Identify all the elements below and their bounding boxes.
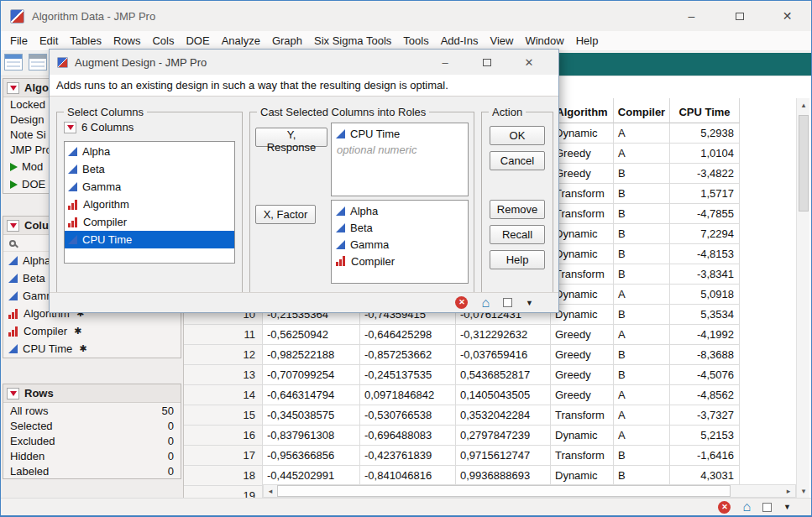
- table-cell[interactable]: -3,7327: [670, 405, 740, 426]
- dialog-maximize-icon[interactable]: [466, 50, 508, 75]
- menu-file[interactable]: File: [4, 31, 34, 50]
- column-list-item-cpu-time[interactable]: CPU Time: [65, 231, 234, 248]
- menu-add-ins[interactable]: Add-Ins: [435, 31, 485, 50]
- menu-edit[interactable]: Edit: [34, 31, 64, 50]
- table-cell[interactable]: B: [614, 204, 670, 224]
- column-header-algorithm[interactable]: Algorithm: [551, 98, 614, 123]
- row-number-cell[interactable]: 18: [184, 466, 263, 486]
- table-cell[interactable]: 0,1405043505: [456, 385, 551, 405]
- menu-tools[interactable]: Tools: [397, 31, 434, 50]
- table-cell[interactable]: A: [614, 123, 670, 144]
- table-cell[interactable]: -0,696488083: [360, 426, 456, 446]
- column-list-item-gamma[interactable]: Gamma: [65, 178, 234, 196]
- table-cell[interactable]: A: [614, 325, 670, 345]
- table-cell[interactable]: B: [614, 184, 670, 204]
- table-cell[interactable]: A: [614, 385, 670, 405]
- table-cell[interactable]: -0,857253662: [360, 345, 456, 365]
- table-cell[interactable]: A: [614, 285, 670, 305]
- dialog-minimize-icon[interactable]: –: [424, 50, 466, 75]
- menu-window[interactable]: Window: [519, 31, 569, 50]
- table-cell[interactable]: -4,1992: [670, 325, 740, 345]
- column-item-cpu-time[interactable]: CPU Time✱: [3, 340, 181, 358]
- column-header-compiler[interactable]: Compiler: [614, 98, 670, 123]
- table-cell[interactable]: -0,646314794: [263, 385, 360, 405]
- table-cell[interactable]: 5,2938: [670, 123, 740, 144]
- rows-stat-labeled[interactable]: Labeled0: [3, 463, 181, 478]
- column-list-item-beta[interactable]: Beta: [65, 160, 234, 178]
- rows-stat-excluded[interactable]: Excluded0: [3, 433, 181, 448]
- table-cell[interactable]: 0,5436852817: [456, 365, 551, 385]
- status-dropdown-icon[interactable]: ▼: [526, 299, 533, 307]
- table-cell[interactable]: B: [614, 466, 670, 486]
- status-checkbox-icon[interactable]: [503, 298, 512, 307]
- table-cell[interactable]: -8,3688: [670, 345, 740, 365]
- table-cell[interactable]: B: [614, 244, 670, 264]
- table-cell[interactable]: 0,9715612747: [456, 446, 551, 466]
- table-cell[interactable]: Dynamic: [551, 285, 614, 305]
- table-cell[interactable]: 0,0971846842: [360, 385, 456, 405]
- table-cell[interactable]: -3,8341: [670, 264, 740, 285]
- table-cell[interactable]: 5,2153: [670, 426, 740, 446]
- menu-view[interactable]: View: [484, 31, 519, 50]
- column-header-cpu-time[interactable]: CPU Time: [670, 98, 740, 123]
- table-cell[interactable]: Transform: [551, 405, 614, 426]
- column-select-listbox[interactable]: AlphaBetaGammaAlgorithmCompilerCPU Time: [64, 141, 235, 264]
- scroll-down-icon[interactable]: ▾: [797, 484, 810, 498]
- column-list-item-compiler[interactable]: Compiler: [65, 213, 234, 231]
- table-cell[interactable]: B: [614, 446, 670, 466]
- column-item-compiler[interactable]: Compiler✱: [3, 322, 181, 340]
- table-cell[interactable]: A: [614, 405, 670, 426]
- recall-button[interactable]: Recall: [490, 225, 545, 244]
- table-cell[interactable]: 0,9936888693: [456, 466, 551, 486]
- table-cell[interactable]: -1,6416: [670, 446, 740, 466]
- x-role-item-alpha[interactable]: Alpha: [332, 202, 468, 219]
- open-table-icon[interactable]: [29, 54, 47, 70]
- columns-filter-dropdown[interactable]: 6 Columns: [64, 121, 134, 133]
- rows-stat-hidden[interactable]: Hidden0: [3, 448, 181, 463]
- table-cell[interactable]: Dynamic: [551, 305, 614, 325]
- table-cell[interactable]: -3,4822: [670, 164, 740, 184]
- table-cell[interactable]: -0,841046816: [360, 466, 456, 486]
- table-cell[interactable]: -4,5076: [670, 365, 740, 385]
- table-cell[interactable]: 5,0918: [670, 285, 740, 305]
- ok-button[interactable]: OK: [490, 126, 545, 145]
- table-cell[interactable]: -0,445202991: [263, 466, 360, 486]
- table-cell[interactable]: 1,5717: [670, 184, 740, 204]
- table-cell[interactable]: B: [614, 365, 670, 385]
- table-cell[interactable]: -0,56250942: [263, 325, 360, 345]
- table-cell[interactable]: 0,3532042284: [456, 405, 551, 426]
- status-dropdown-icon[interactable]: ▼: [783, 503, 791, 511]
- x-role-item-beta[interactable]: Beta: [332, 219, 468, 236]
- table-cell[interactable]: -4,8562: [670, 385, 740, 405]
- scroll-up-icon[interactable]: ▴: [797, 98, 810, 112]
- table-cell[interactable]: -0,423761839: [360, 446, 456, 466]
- menu-tables[interactable]: Tables: [64, 31, 107, 50]
- x-factor-rolebox[interactable]: AlphaBetaGammaCompiler: [331, 200, 469, 284]
- table-cell[interactable]: Dynamic: [551, 426, 614, 446]
- table-cell[interactable]: Greedy: [551, 164, 614, 184]
- minimize-icon[interactable]: –: [668, 1, 715, 31]
- x-role-item-compiler[interactable]: Compiler: [332, 253, 468, 269]
- table-cell[interactable]: B: [614, 164, 670, 184]
- table-cell[interactable]: 1,0104: [670, 144, 740, 164]
- table-cell[interactable]: Dynamic: [551, 466, 614, 486]
- table-cell[interactable]: -0,037659416: [456, 345, 551, 365]
- remove-button[interactable]: Remove: [490, 200, 545, 219]
- x-role-item-gamma[interactable]: Gamma: [332, 236, 468, 253]
- table-cell[interactable]: -4,8153: [670, 244, 740, 264]
- row-number-cell[interactable]: 17: [184, 446, 263, 466]
- table-cell[interactable]: Greedy: [551, 325, 614, 345]
- menu-doe[interactable]: DOE: [180, 31, 215, 50]
- rows-stat-selected[interactable]: Selected0: [3, 418, 181, 433]
- table-cell[interactable]: 7,2294: [670, 224, 740, 244]
- status-checkbox-icon[interactable]: [762, 503, 772, 512]
- menu-analyze[interactable]: Analyze: [216, 31, 266, 50]
- maximize-icon[interactable]: [715, 1, 763, 31]
- horizontal-scrollbar[interactable]: ◂ ▸: [263, 484, 796, 498]
- menu-help[interactable]: Help: [570, 31, 605, 50]
- table-cell[interactable]: Transform: [551, 204, 614, 224]
- error-log-icon[interactable]: ✕: [455, 296, 468, 309]
- home-window-icon[interactable]: ⌂: [481, 296, 490, 310]
- table-cell[interactable]: Transform: [551, 446, 614, 466]
- table-cell[interactable]: B: [614, 264, 670, 285]
